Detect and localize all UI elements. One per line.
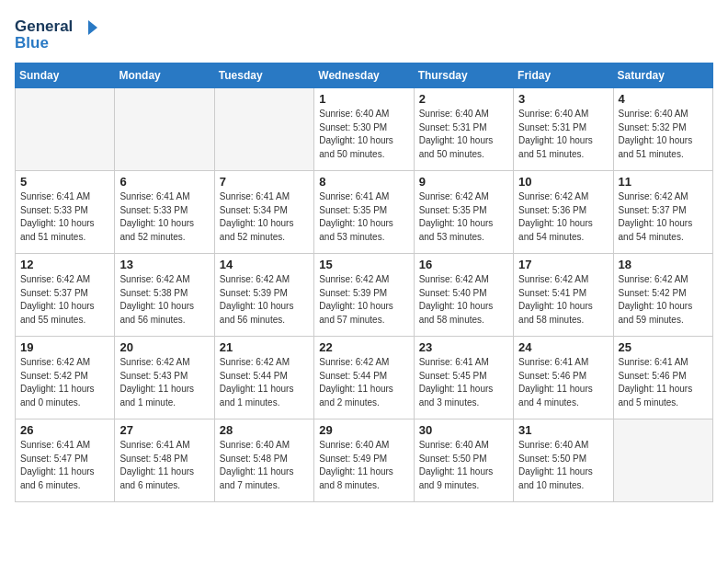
day-info: Sunrise: 6:42 AM Sunset: 5:37 PM Dayligh…	[20, 273, 109, 327]
day-info: Sunrise: 6:40 AM Sunset: 5:31 PM Dayligh…	[518, 108, 608, 161]
day-number: 7	[220, 175, 309, 189]
day-number: 9	[419, 175, 508, 189]
day-number: 2	[419, 92, 508, 106]
header-cell-monday: Monday	[115, 63, 214, 88]
day-number: 10	[518, 175, 608, 189]
day-number: 11	[619, 175, 708, 189]
day-cell: 13Sunrise: 6:42 AM Sunset: 5:38 PM Dayli…	[115, 254, 214, 337]
day-number: 20	[119, 340, 209, 354]
day-number: 15	[319, 258, 408, 271]
header-cell-tuesday: Tuesday	[214, 63, 313, 88]
day-cell: 23Sunrise: 6:41 AM Sunset: 5:45 PM Dayli…	[414, 337, 513, 419]
day-info: Sunrise: 6:41 AM Sunset: 5:46 PM Dayligh…	[619, 356, 708, 409]
day-number: 23	[419, 340, 508, 354]
day-number: 26	[20, 423, 109, 437]
day-cell: 11Sunrise: 6:42 AM Sunset: 5:37 PM Dayli…	[613, 171, 712, 254]
day-cell: 31Sunrise: 6:40 AM Sunset: 5:50 PM Dayli…	[514, 419, 613, 502]
header-cell-wednesday: Wednesday	[314, 63, 414, 88]
day-cell: 1Sunrise: 6:40 AM Sunset: 5:30 PM Daylig…	[314, 88, 414, 171]
day-number: 25	[619, 340, 708, 354]
week-row-1: 1Sunrise: 6:40 AM Sunset: 5:30 PM Daylig…	[16, 88, 713, 171]
day-cell: 9Sunrise: 6:42 AM Sunset: 5:35 PM Daylig…	[414, 171, 513, 254]
day-cell: 22Sunrise: 6:42 AM Sunset: 5:44 PM Dayli…	[314, 337, 414, 419]
day-number: 31	[518, 423, 608, 437]
day-number: 19	[20, 340, 109, 354]
day-cell: 27Sunrise: 6:41 AM Sunset: 5:48 PM Dayli…	[115, 419, 214, 502]
day-info: Sunrise: 6:42 AM Sunset: 5:39 PM Dayligh…	[220, 273, 309, 327]
day-number: 28	[220, 423, 309, 437]
day-info: Sunrise: 6:41 AM Sunset: 5:34 PM Dayligh…	[220, 190, 309, 244]
day-cell: 7Sunrise: 6:41 AM Sunset: 5:34 PM Daylig…	[214, 171, 313, 254]
day-cell: 18Sunrise: 6:42 AM Sunset: 5:42 PM Dayli…	[613, 254, 712, 337]
day-info: Sunrise: 6:41 AM Sunset: 5:46 PM Dayligh…	[518, 356, 608, 409]
day-info: Sunrise: 6:42 AM Sunset: 5:43 PM Dayligh…	[119, 356, 209, 409]
day-number: 6	[119, 175, 209, 189]
day-cell: 4Sunrise: 6:40 AM Sunset: 5:32 PM Daylig…	[613, 88, 712, 171]
day-number: 4	[619, 92, 708, 106]
day-cell: 30Sunrise: 6:40 AM Sunset: 5:50 PM Dayli…	[414, 419, 513, 502]
day-info: Sunrise: 6:42 AM Sunset: 5:38 PM Dayligh…	[119, 273, 209, 327]
day-cell: 15Sunrise: 6:42 AM Sunset: 5:39 PM Dayli…	[314, 254, 414, 337]
day-info: Sunrise: 6:41 AM Sunset: 5:45 PM Dayligh…	[419, 356, 508, 409]
day-info: Sunrise: 6:40 AM Sunset: 5:50 PM Dayligh…	[518, 439, 608, 492]
day-info: Sunrise: 6:40 AM Sunset: 5:48 PM Dayligh…	[220, 439, 309, 492]
day-number: 13	[119, 258, 209, 271]
day-cell: 14Sunrise: 6:42 AM Sunset: 5:39 PM Dayli…	[214, 254, 313, 337]
day-info: Sunrise: 6:41 AM Sunset: 5:33 PM Dayligh…	[20, 190, 109, 244]
day-number: 17	[518, 258, 608, 271]
day-cell: 10Sunrise: 6:42 AM Sunset: 5:36 PM Dayli…	[514, 171, 613, 254]
logo: General Blue	[15, 15, 97, 52]
header-row: SundayMondayTuesdayWednesdayThursdayFrid…	[16, 63, 713, 88]
header-cell-sunday: Sunday	[16, 63, 115, 88]
day-number: 21	[220, 340, 309, 354]
day-cell: 8Sunrise: 6:41 AM Sunset: 5:35 PM Daylig…	[314, 171, 414, 254]
day-cell: 16Sunrise: 6:42 AM Sunset: 5:40 PM Dayli…	[414, 254, 513, 337]
day-cell: 26Sunrise: 6:41 AM Sunset: 5:47 PM Dayli…	[16, 419, 115, 502]
day-info: Sunrise: 6:41 AM Sunset: 5:48 PM Dayligh…	[119, 439, 209, 492]
day-number: 8	[319, 175, 408, 189]
day-info: Sunrise: 6:42 AM Sunset: 5:44 PM Dayligh…	[319, 356, 408, 409]
svg-text:General: General	[15, 17, 73, 35]
day-number: 18	[619, 258, 708, 271]
day-info: Sunrise: 6:41 AM Sunset: 5:33 PM Dayligh…	[119, 190, 209, 244]
day-cell	[16, 88, 115, 171]
day-cell: 20Sunrise: 6:42 AM Sunset: 5:43 PM Dayli…	[115, 337, 214, 419]
day-info: Sunrise: 6:42 AM Sunset: 5:40 PM Dayligh…	[419, 273, 508, 327]
day-info: Sunrise: 6:40 AM Sunset: 5:49 PM Dayligh…	[319, 439, 408, 492]
week-row-4: 19Sunrise: 6:42 AM Sunset: 5:42 PM Dayli…	[16, 337, 713, 419]
day-cell: 25Sunrise: 6:41 AM Sunset: 5:46 PM Dayli…	[613, 337, 712, 419]
day-number: 24	[518, 340, 608, 354]
page-header: General Blue	[15, 15, 713, 52]
day-info: Sunrise: 6:40 AM Sunset: 5:30 PM Dayligh…	[319, 108, 408, 161]
day-info: Sunrise: 6:42 AM Sunset: 5:39 PM Dayligh…	[319, 273, 408, 327]
calendar-table: SundayMondayTuesdayWednesdayThursdayFrid…	[15, 63, 713, 502]
day-cell: 21Sunrise: 6:42 AM Sunset: 5:44 PM Dayli…	[214, 337, 313, 419]
day-cell: 6Sunrise: 6:41 AM Sunset: 5:33 PM Daylig…	[115, 171, 214, 254]
day-cell	[613, 419, 712, 502]
day-info: Sunrise: 6:42 AM Sunset: 5:44 PM Dayligh…	[220, 356, 309, 409]
day-cell: 17Sunrise: 6:42 AM Sunset: 5:41 PM Dayli…	[514, 254, 613, 337]
day-number: 22	[319, 340, 408, 354]
day-cell: 2Sunrise: 6:40 AM Sunset: 5:31 PM Daylig…	[414, 88, 513, 171]
day-cell	[214, 88, 313, 171]
day-cell: 3Sunrise: 6:40 AM Sunset: 5:31 PM Daylig…	[514, 88, 613, 171]
day-info: Sunrise: 6:42 AM Sunset: 5:35 PM Dayligh…	[419, 190, 508, 244]
day-number: 12	[20, 258, 109, 271]
day-number: 30	[419, 423, 508, 437]
svg-text:Blue: Blue	[15, 34, 49, 52]
day-info: Sunrise: 6:42 AM Sunset: 5:41 PM Dayligh…	[518, 273, 608, 327]
day-info: Sunrise: 6:42 AM Sunset: 5:36 PM Dayligh…	[518, 190, 608, 244]
day-number: 16	[419, 258, 508, 271]
day-cell: 5Sunrise: 6:41 AM Sunset: 5:33 PM Daylig…	[16, 171, 115, 254]
svg-marker-2	[88, 20, 97, 35]
day-info: Sunrise: 6:41 AM Sunset: 5:47 PM Dayligh…	[20, 439, 109, 492]
day-cell	[115, 88, 214, 171]
day-info: Sunrise: 6:42 AM Sunset: 5:42 PM Dayligh…	[20, 356, 109, 409]
day-cell: 12Sunrise: 6:42 AM Sunset: 5:37 PM Dayli…	[16, 254, 115, 337]
week-row-5: 26Sunrise: 6:41 AM Sunset: 5:47 PM Dayli…	[16, 419, 713, 502]
header-cell-saturday: Saturday	[613, 63, 712, 88]
day-info: Sunrise: 6:40 AM Sunset: 5:31 PM Dayligh…	[419, 108, 508, 161]
day-info: Sunrise: 6:40 AM Sunset: 5:32 PM Dayligh…	[619, 108, 708, 161]
logo-svg: General Blue	[15, 15, 97, 52]
day-info: Sunrise: 6:42 AM Sunset: 5:42 PM Dayligh…	[619, 273, 708, 327]
